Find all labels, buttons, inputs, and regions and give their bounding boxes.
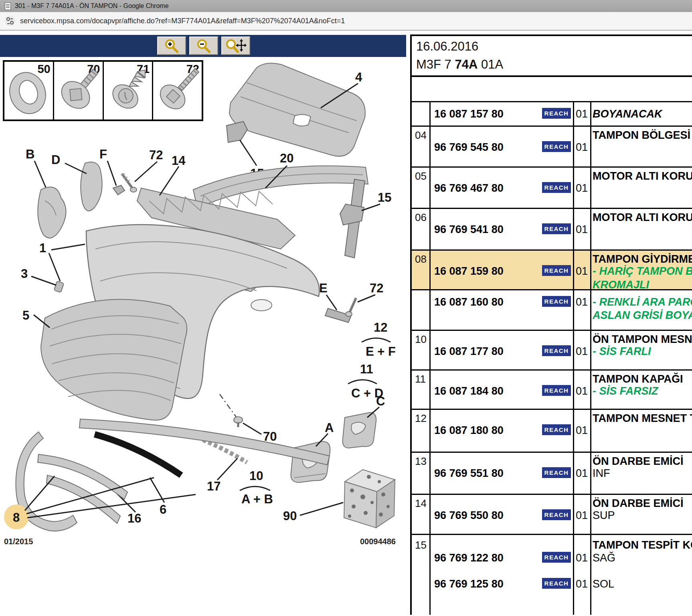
page-icon (5, 2, 11, 10)
quantity: 01 (576, 141, 588, 154)
part-number: 96 769 550 80 (434, 509, 504, 521)
callout-17: 17 (207, 479, 221, 493)
row-number: 08 (415, 253, 427, 265)
callout-15-right: 15 (378, 190, 391, 205)
reach-badge[interactable]: REACH (542, 385, 571, 396)
quantity: 01 (576, 345, 588, 358)
description: BOYANACAK (593, 108, 662, 120)
reach-badge[interactable]: REACH (542, 578, 571, 589)
table-row: 05 96 769 467 80 REACH 01 MOTOR ALTI KOR… (412, 168, 692, 209)
group-11-brace (348, 380, 377, 384)
group-11-number: 11 (360, 362, 373, 376)
description: TAMPON GİYDİRME G (593, 253, 692, 265)
quantity: 01 (576, 467, 588, 480)
part-72-screw-e (346, 298, 356, 316)
description-detail: INF (593, 467, 610, 480)
reach-badge[interactable]: REACH (542, 345, 571, 356)
description-variant: - SİS FARSIZ (593, 385, 658, 397)
part-70-shape (234, 417, 243, 427)
reach-badge[interactable]: REACH (542, 182, 571, 193)
part-number: 16 087 159 80 (434, 265, 504, 277)
description: MOTOR ALTI KORUMA (593, 170, 692, 182)
part-number: 96 769 545 80 (434, 141, 504, 153)
quantity: 01 (576, 509, 588, 522)
table-row-highlighted: 08 16 087 159 80 REACH 01 TAMPON GİYDİRM… (412, 251, 692, 290)
reach-badge[interactable]: REACH (542, 265, 571, 276)
diagram-date-code: 01/2015 (4, 537, 33, 546)
table-rows: 16 087 157 80 REACH 01 BOYANACAK 04 96 7… (412, 102, 692, 615)
row-number: 14 (415, 497, 427, 510)
url-text[interactable]: servicebox.mpsa.com/docapvpr/affiche.do?… (20, 17, 345, 25)
part-F-shape (113, 185, 125, 195)
callout-14: 14 (172, 154, 186, 168)
description: MOTOR ALTI KORUMA (593, 211, 692, 224)
group-10-brace (240, 486, 270, 490)
exploded-diagram: 4 15 15 20 14 13 B D F (0, 31, 409, 616)
site-info-icon[interactable] (5, 16, 15, 26)
callout-16: 16 (127, 511, 141, 525)
row-number: 15 (415, 539, 427, 551)
address-bar[interactable]: servicebox.mpsa.com/docapvpr/affiche.do?… (0, 12, 692, 30)
parts-table: 16.06.2016 M3F 7 74A 01A 16 087 157 80 R… (410, 34, 692, 615)
callout-A: A (325, 421, 334, 435)
description-detail: SAĞ (593, 552, 615, 564)
callout-6: 6 (160, 503, 166, 517)
quantity: 01 (576, 552, 588, 564)
group-10-parts: A + B (241, 492, 273, 506)
diagram-drawing-number: 00094486 (360, 537, 396, 546)
callout-F: F (99, 147, 107, 161)
description: ÖN TAMPON MESNED (593, 333, 692, 346)
part-3-shape (54, 281, 64, 292)
column-divider (590, 102, 591, 615)
quantity: 01 (576, 424, 588, 437)
reach-badge[interactable]: REACH (542, 108, 571, 119)
description-variant: - SİS FARLI (593, 345, 651, 358)
part-15-left-shape (227, 122, 247, 142)
column-divider (573, 102, 574, 615)
description-variant: - HARİÇ TAMPON BAN (593, 265, 692, 278)
description-variant: - RENKLİ ARA PARÇA (593, 296, 692, 308)
callout-5: 5 (22, 308, 29, 322)
part-90-shape (344, 470, 395, 528)
reach-badge[interactable]: REACH (542, 467, 571, 478)
quantity: 01 (576, 578, 588, 590)
reach-badge[interactable]: REACH (542, 223, 571, 234)
part-B-shape (38, 187, 66, 238)
table-row: 10 16 087 177 80 REACH 01 ÖN TAMPON MESN… (412, 331, 692, 371)
part-number: 96 769 122 80 (434, 552, 504, 564)
callout-B: B (26, 147, 34, 161)
callout-C: C (376, 394, 385, 408)
row-number: 11 (415, 373, 426, 385)
callout-72-e: 72 (370, 281, 383, 295)
part-number: 16 087 160 80 (434, 296, 504, 308)
description: ÖN DARBE EMİCİ (593, 455, 684, 468)
quantity: 01 (576, 223, 588, 236)
reach-badge[interactable]: REACH (542, 509, 571, 520)
reach-badge[interactable]: REACH (542, 552, 571, 563)
row-number: 05 (415, 170, 427, 182)
callout-3: 3 (21, 267, 28, 281)
reach-badge[interactable]: REACH (542, 141, 571, 152)
reach-badge[interactable]: REACH (542, 296, 571, 307)
row-number: 13 (415, 455, 427, 468)
table-row: 12 16 087 180 80 REACH 01 TAMPON MESNET … (412, 410, 692, 453)
description: TAMPON TESPİT KÖŞE (593, 539, 692, 551)
group-12-number: 12 (374, 320, 387, 334)
table-row: 11 16 087 184 80 REACH 01 TAMPON KAPAĞI … (412, 371, 692, 410)
part-number: 16 087 184 80 (434, 385, 504, 397)
ref-prefix: M3F 7 (416, 57, 455, 71)
table-row: 06 96 769 541 80 REACH 01 MOTOR ALTI KOR… (412, 209, 692, 251)
description-variant: KROMAJLI (593, 279, 649, 291)
part-number: 16 087 157 80 (434, 108, 504, 120)
reach-badge[interactable]: REACH (542, 424, 571, 435)
callout-E: E (319, 281, 328, 295)
part-number: 96 769 467 80 (434, 182, 504, 194)
callout-1: 1 (39, 241, 46, 255)
table-row: 15 96 769 122 80 REACH 01 96 769 125 80 … (412, 535, 692, 615)
part-number: 16 087 180 80 (434, 424, 504, 436)
part-number: 16 087 177 80 (434, 345, 504, 357)
part-6-shape (95, 434, 181, 475)
table-row: 14 96 769 550 80 REACH 01 ÖN DARBE EMİCİ… (412, 495, 692, 535)
window-title: 301 - M3F 7 74A01A - ÖN TAMPON - Google … (15, 2, 169, 10)
part-D-shape (81, 162, 102, 211)
